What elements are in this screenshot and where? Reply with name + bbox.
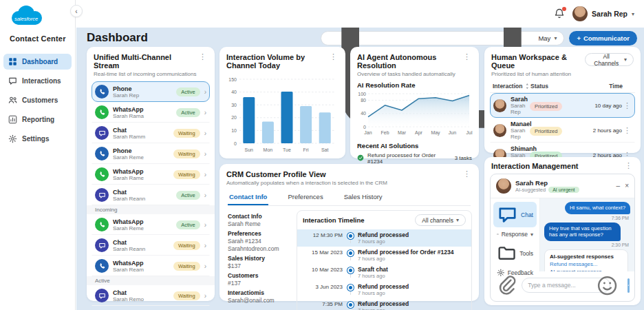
sidebar-item-label: Customers	[22, 96, 58, 104]
ai-suggestions-card: AI-suggested responses Refund messages..…	[544, 249, 628, 271]
all-channels-filter[interactable]: All Channels ▾	[585, 53, 634, 66]
stream-item[interactable]: WhatsAppSarah RemeActive›	[92, 214, 210, 235]
gear-icon	[8, 134, 17, 143]
chat-square-icon	[8, 76, 17, 85]
kebab-menu-icon[interactable]: ⋮	[462, 170, 472, 177]
solution-text: Refund processed for Order #1234	[367, 152, 451, 165]
stream-item[interactable]: ChatSarah ReannActive›	[92, 185, 210, 205]
sidebar-collapse-button[interactable]: ‹	[70, 5, 83, 17]
channel-name: Chat	[113, 127, 169, 134]
month-selector-button[interactable]: May ▾	[321, 31, 564, 45]
kebab-menu-icon[interactable]: ⋮	[623, 162, 634, 169]
channel-name: WhatsApp	[113, 260, 169, 267]
contact-name: Sarah Rame	[113, 175, 169, 181]
crm-panel-title: CRM Customer Profile View	[226, 170, 387, 178]
timeline-row[interactable]: 7:35 PMRefund processed7 hours ago	[297, 298, 471, 310]
timeline-title: Interaction Timeline	[303, 216, 365, 224]
stream-item[interactable]: WhatsAppSarah RamaActive›	[92, 102, 210, 123]
timeline-row[interactable]: 12 M:30 PMRefund processed7 hours ago	[297, 229, 471, 247]
stream-item[interactable]: ChatSarah RammWaiting›	[92, 123, 210, 143]
timeline-row[interactable]: 10 Mar 2023Saraft chat7 hours ago	[297, 264, 471, 281]
phone-channel-icon	[95, 85, 109, 99]
crm-tabs: Contact InfoPreferencesSales History	[228, 191, 471, 206]
timeline-event-title: Refund processed	[358, 283, 409, 290]
chevron-right-icon: ›	[204, 262, 206, 270]
stream-item[interactable]: ChatSarah RemoWaiting›	[92, 285, 210, 306]
kebab-menu-icon[interactable]: ⋮	[197, 53, 208, 60]
timeline-row[interactable]: 3 Jun 2023Refund processed7 hours ago	[297, 281, 471, 298]
stream-item[interactable]: PhoneSarah RemeWaiting›	[92, 143, 210, 164]
stream-item[interactable]: WhatsAppSarah RameWaiting›	[92, 164, 210, 185]
crm-field-value: Sarah@onail.com	[228, 297, 291, 304]
svg-text:40: 40	[361, 111, 366, 116]
svg-text:Mon: Mon	[264, 147, 273, 152]
people-icon	[8, 96, 17, 105]
stream-item[interactable]: ChatSarah ReannWaiting›	[92, 235, 210, 256]
timeline-event-ago: 7 hours ago	[358, 273, 388, 279]
grid-icon	[8, 57, 17, 66]
contact-name: Sarah Rep	[113, 92, 172, 99]
timeline-event-ago: 7 hours ago	[358, 238, 409, 245]
crm-field-value: Sarah #1234	[228, 238, 291, 245]
stream-item[interactable]: WhatsAppSarah ReamWaiting›	[92, 256, 210, 276]
queue-row[interactable]: ManaelSarah RepPrioritized2 hours ago⋮	[490, 118, 635, 143]
crm-tab-sales-history[interactable]: Sales History	[343, 191, 384, 205]
timeline-dot-icon	[347, 285, 354, 291]
kebab-menu-icon[interactable]: ⋮	[328, 53, 339, 60]
communicator-button[interactable]: + Communicator	[569, 31, 637, 45]
page-title: Dashboard	[87, 31, 148, 45]
emoji-icon[interactable]	[596, 274, 619, 297]
crm-tab-preferences[interactable]: Preferences	[286, 191, 324, 205]
notifications-bell-icon[interactable]	[553, 8, 566, 20]
ai-solutions-title: Recent AI Solutions	[350, 140, 479, 149]
notification-dot	[562, 7, 566, 11]
interaction-management-panel: Interaction Management ⋮ Sarah Rep AI-su…	[484, 157, 641, 305]
sidebar-item-interactions[interactable]: Interactions	[3, 73, 72, 89]
chat-message-bubble: Hi samu, what context?	[565, 202, 630, 214]
close-icon[interactable]: ×	[625, 183, 629, 189]
row-kebab-icon[interactable]: ⋮	[622, 101, 632, 110]
status-badge: Active	[176, 87, 200, 96]
stream-item[interactable]: PhoneSarah RepActive›	[92, 81, 210, 102]
app-root: salesforce Contact Center DashboardInter…	[0, 0, 644, 310]
row-kebab-icon[interactable]: ⋮	[622, 126, 632, 134]
kebab-menu-icon[interactable]: ⋮	[462, 53, 472, 60]
sidebar-item-dashboard[interactable]: Dashboard	[3, 54, 72, 70]
ai-status-badge: AI unrgent	[548, 187, 579, 193]
im-nav-response[interactable]: Response▾	[493, 229, 537, 240]
folder-icon	[497, 243, 517, 263]
sidebar-item-reporting[interactable]: Reporting	[3, 112, 72, 127]
im-nav-tools[interactable]: Tools	[493, 241, 537, 265]
attachment-icon[interactable]	[495, 274, 518, 297]
queue-row[interactable]: SarahSarah RepPrioritized10 day ago⋮	[490, 93, 635, 118]
minimize-icon[interactable]: –	[616, 183, 621, 189]
timeline-event-ago: 7 hours ago	[358, 256, 453, 262]
message-time: 2:30 PM	[612, 242, 629, 247]
timeline-dot-icon	[347, 250, 354, 256]
crm-tab-contact-info[interactable]: Contact Info	[228, 191, 268, 205]
suggestion-link[interactable]: Refund messages...	[550, 261, 623, 267]
timeline-filter[interactable]: All channels ▾	[415, 214, 466, 226]
queue-panel-title: Human Workspace & Queue	[491, 53, 585, 70]
sidebar-item-settings[interactable]: Settings	[3, 131, 72, 147]
stream-section-label: Incoming	[87, 205, 215, 214]
timeline-row[interactable]: 15 Mar 2023Refund processed for Order #1…	[297, 247, 471, 264]
sidebar: salesforce Contact Center DashboardInter…	[0, 0, 76, 310]
im-nav-chat[interactable]: Chat	[493, 202, 537, 227]
send-button[interactable]	[627, 278, 630, 293]
timeline-time: 3 Jun 2023	[297, 283, 343, 290]
volume-chart-panel: Interaction Volume by Channel Today ⋮ 15…	[219, 47, 345, 158]
svg-text:80: 80	[361, 98, 366, 103]
svg-text:Mar: Mar	[398, 130, 407, 135]
im-chat-card: Sarah Rep AI-suggested AI unrgent – × Ch…	[490, 174, 635, 302]
main-content: Dashboard May ▾ + Communicator Unified M…	[76, 28, 644, 310]
chevron-right-icon: ›	[204, 171, 206, 178]
volume-bar-chart: 150403020100SunMonTueFriSat	[219, 70, 345, 161]
user-menu[interactable]: Sarah Rep ▾	[572, 6, 634, 21]
sort-icon[interactable]	[524, 83, 530, 90]
salesforce-logo: salesforce	[0, 0, 75, 32]
ai-panel-title: AI Agent Autonomous Resolution	[357, 53, 462, 70]
sidebar-item-customers[interactable]: Customers	[3, 92, 72, 108]
status-badge: Waiting	[173, 149, 200, 158]
svg-text:20: 20	[231, 115, 237, 120]
